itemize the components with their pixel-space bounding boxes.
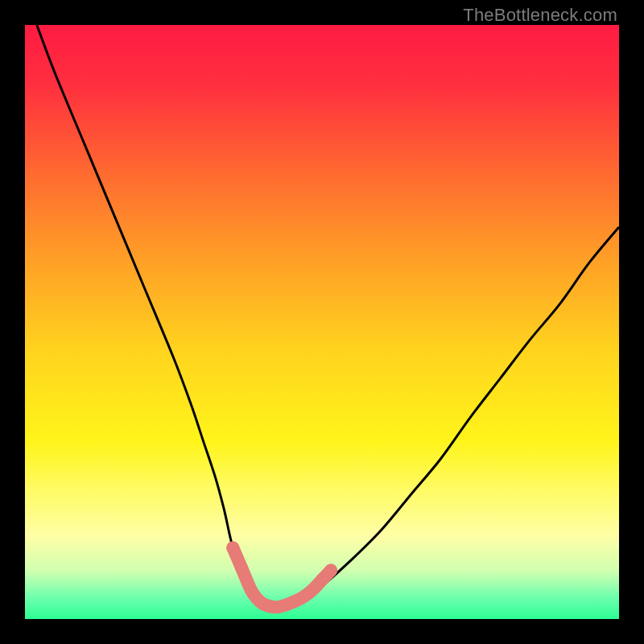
- gradient-background: [25, 25, 619, 619]
- outer-frame: TheBottleneck.com: [0, 0, 644, 644]
- watermark-text: TheBottleneck.com: [463, 5, 617, 26]
- highlight-bead: [235, 562, 248, 575]
- chart-svg: [25, 25, 619, 619]
- highlight-bead: [226, 541, 239, 554]
- highlight-bead: [316, 573, 328, 586]
- chart-plot-area: [25, 25, 619, 619]
- highlight-bead: [324, 564, 337, 576]
